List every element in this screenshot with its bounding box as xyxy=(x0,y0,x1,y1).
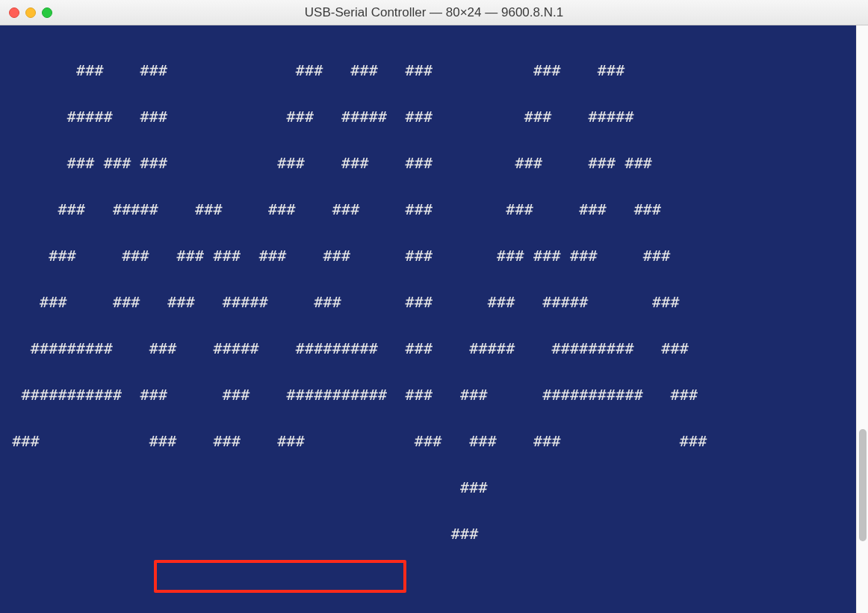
ascii-art-line: ### xyxy=(3,476,865,499)
minimize-icon[interactable] xyxy=(25,7,36,18)
ascii-art-line: ### ##### ### ### ### ### ### ### ### xyxy=(3,198,865,221)
ascii-art-line: ### ### ### ### ### ### ### ### ### xyxy=(3,152,865,175)
zoom-icon[interactable] xyxy=(42,7,52,18)
ascii-art-line: ### ### ### ##### ### ### ### ##### ### xyxy=(3,291,865,314)
close-icon[interactable] xyxy=(9,7,19,18)
titlebar: USB-Serial Controller — 80×24 — 9600.8.N… xyxy=(0,0,868,25)
ascii-art-line: ### ### ### ### ### ### ### xyxy=(3,59,865,82)
window-title: USB-Serial Controller — 80×24 — 9600.8.N… xyxy=(0,5,868,20)
scrollbar-track[interactable] xyxy=(856,25,868,613)
ascii-art-line: ### ### ### ### ### ### ### ### xyxy=(3,430,865,453)
ascii-art-line: ### xyxy=(3,523,865,546)
ascii-art-line: ##### ### ### ##### ### ### ##### xyxy=(3,105,865,129)
blank-line xyxy=(3,569,865,592)
ascii-art-line: ######### ### ##### ######### ### ##### … xyxy=(3,337,865,360)
window-controls xyxy=(9,7,52,18)
terminal-viewport[interactable]: ### ### ### ### ### ### ### ##### ### ##… xyxy=(0,25,868,613)
terminal-window: USB-Serial Controller — 80×24 — 9600.8.N… xyxy=(0,0,868,613)
scrollbar-thumb[interactable] xyxy=(859,429,867,541)
ascii-art-line: ########### ### ### ########### ### ### … xyxy=(3,383,865,407)
ascii-art-line: ### ### ### ### ### ### ### ### ### ### … xyxy=(3,244,865,268)
